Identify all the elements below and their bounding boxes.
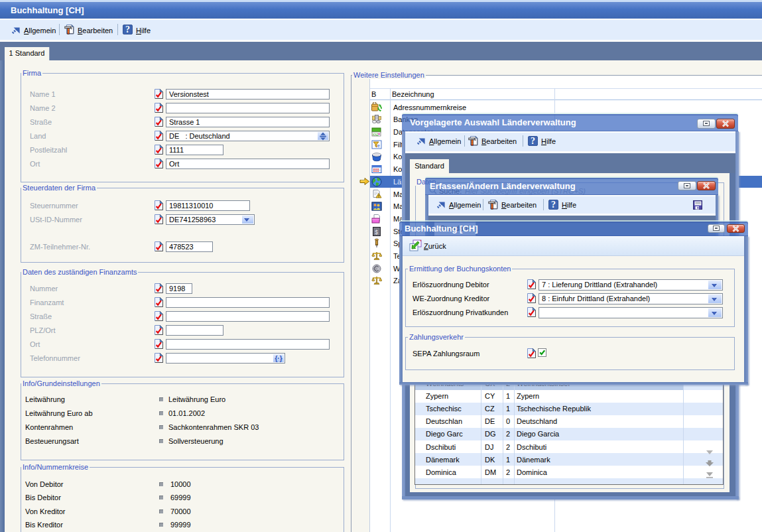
svg-text:KNZ: KNZ	[373, 133, 379, 137]
svg-text:e: e	[377, 143, 380, 148]
svg-text:$: $	[375, 228, 378, 235]
